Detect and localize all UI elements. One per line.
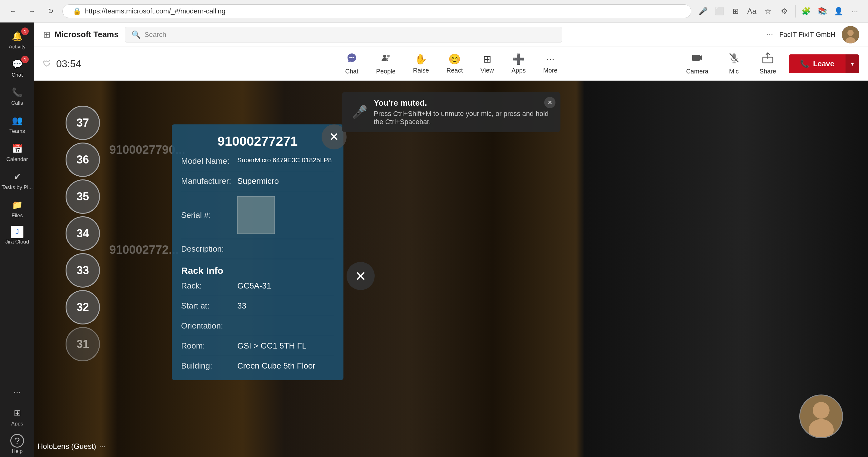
address-bar[interactable]: 🔒 https://teams.microsoft.com/_#/modern-… xyxy=(62,4,691,18)
mic-label: Mic xyxy=(729,68,739,75)
share-icon xyxy=(762,52,773,66)
forward-button[interactable]: → xyxy=(25,4,39,18)
user-avatar[interactable] xyxy=(842,26,859,44)
rack-num-35: 35 xyxy=(66,179,100,214)
refresh-button[interactable]: ↻ xyxy=(44,4,57,18)
sidebar-item-help[interactable]: ? Help xyxy=(0,431,34,457)
jira-label: Jira Cloud xyxy=(5,239,29,245)
sidebar-item-tasks[interactable]: ✔ Tasks by Pl... xyxy=(0,166,34,193)
extensions2-icon[interactable]: 🧩 xyxy=(799,4,813,18)
qr-code-placeholder xyxy=(237,196,275,234)
files-label: Files xyxy=(11,212,23,219)
app-container: 🔔 Activity 1 💬 Chat 1 📞 Calls 👥 Teams 📅 … xyxy=(0,23,868,457)
model-value: SuperMicro 6479E3C 01825LP8 xyxy=(237,156,332,164)
toolbar-apps-button[interactable]: ➕ Apps xyxy=(503,50,534,77)
toolbar-react-label: React xyxy=(446,67,463,74)
toolbar-raise-button[interactable]: ✋ Raise xyxy=(404,50,438,77)
orientation-label: Orientation: xyxy=(181,321,237,331)
readmode-icon[interactable]: Aa xyxy=(745,4,759,18)
extensions-icon[interactable]: ⊞ xyxy=(729,4,742,18)
toolbar-view-label: View xyxy=(480,67,494,74)
rack-num-33: 33 xyxy=(66,253,100,288)
sidebar-item-jira[interactable]: J Jira Cloud xyxy=(0,223,34,248)
mic-icon xyxy=(728,52,740,66)
muted-subtitle: Press Ctrl+Shift+M to unmute your mic, o… xyxy=(374,110,551,126)
svg-point-1 xyxy=(847,30,854,36)
muted-tooltip-icon: 🎤 xyxy=(352,105,368,119)
search-bar[interactable]: 🔍 Search xyxy=(125,27,562,42)
share-label: Share xyxy=(760,68,776,75)
leave-phone-icon: 📞 xyxy=(800,59,809,68)
collections-icon[interactable]: 📚 xyxy=(815,4,829,18)
manufacturer-label: Manufacturer: xyxy=(181,176,237,186)
guest-label: HoloLens (Guest) ··· xyxy=(37,442,105,451)
toolbar-view-icon: ⊞ xyxy=(483,53,491,65)
more-icon: ··· xyxy=(10,384,24,399)
manufacturer-value: Supermicro xyxy=(237,176,279,186)
favorites-icon[interactable]: ☆ xyxy=(761,4,775,18)
titlebar-more-icon[interactable]: ··· xyxy=(766,30,773,39)
sidebar-item-calls[interactable]: 📞 Calls xyxy=(0,82,34,109)
toolbar-camera-button[interactable]: Camera xyxy=(679,50,716,78)
toolbar-people-button[interactable]: People xyxy=(368,49,404,78)
tasks-label: Tasks by Pl... xyxy=(2,184,33,191)
toolbar-mic-button[interactable]: Mic xyxy=(721,50,747,78)
room-label: Room: xyxy=(181,341,237,351)
leave-chevron-button[interactable]: ▾ xyxy=(845,54,859,73)
app-grid-icon[interactable]: ⊞ xyxy=(43,29,50,40)
sidebar-item-activity[interactable]: 🔔 Activity 1 xyxy=(0,26,34,53)
svg-point-15 xyxy=(813,402,830,419)
info-panel: 91000277271 Model Name: SuperMicro 6479E… xyxy=(172,124,343,380)
profile-icon[interactable]: 👤 xyxy=(832,4,845,18)
rack-num-34: 34 xyxy=(66,216,100,251)
sidebar-item-chat[interactable]: 💬 Chat 1 xyxy=(0,54,34,81)
toolbar-react-button[interactable]: 😊 React xyxy=(438,50,471,77)
panel-x-close-button[interactable]: ✕ xyxy=(347,262,375,290)
leave-button[interactable]: 📞 Leave xyxy=(789,54,845,73)
mic-browser-icon[interactable]: 🎤 xyxy=(696,4,710,18)
sidebar: 🔔 Activity 1 💬 Chat 1 📞 Calls 👥 Teams 📅 … xyxy=(0,23,34,457)
sidebar-item-apps[interactable]: ⊞ Apps xyxy=(0,403,34,429)
rack-id-mid: 910002772... xyxy=(109,243,179,257)
description-row: Description: xyxy=(181,244,334,259)
leave-label: Leave xyxy=(813,59,834,68)
rack-section-title: Rack Info xyxy=(181,265,334,276)
room-value: GSI > GC1 5TH FL xyxy=(237,341,307,351)
screenshot-icon[interactable]: ⬜ xyxy=(713,4,726,18)
toolbar-right: Camera Mic xyxy=(679,50,859,78)
toolbar-react-icon: 😊 xyxy=(448,53,461,65)
device-id: 91000277271 xyxy=(181,134,334,149)
orientation-row: Orientation: xyxy=(181,321,334,336)
muted-title: You're muted. xyxy=(374,98,551,108)
rack-num-36: 36 xyxy=(66,143,100,177)
call-area: 37 36 35 34 33 32 31 9100027790... 91000… xyxy=(34,81,868,457)
start-value: 33 xyxy=(237,301,246,311)
rack-numbers: 37 36 35 34 33 32 31 xyxy=(66,106,100,361)
guest-more-icon[interactable]: ··· xyxy=(99,442,105,451)
guest-name: HoloLens (Guest) xyxy=(37,442,96,451)
muted-tooltip-close[interactable]: ✕ xyxy=(544,97,555,108)
browser-more-icon[interactable]: ··· xyxy=(848,4,862,18)
serial-label: Serial #: xyxy=(181,210,237,220)
help-icon: ? xyxy=(10,434,24,448)
svg-point-4 xyxy=(351,57,352,58)
svg-point-3 xyxy=(349,57,351,58)
manufacturer-row: Manufacturer: Supermicro xyxy=(181,176,334,191)
room-row: Room: GSI > GC1 5TH FL xyxy=(181,341,334,356)
settings-icon[interactable]: ⚙ xyxy=(777,4,791,18)
sidebar-item-more[interactable]: ··· xyxy=(0,381,34,401)
back-button[interactable]: ← xyxy=(6,4,20,18)
toolbar-raise-icon: ✋ xyxy=(415,53,427,65)
toolbar-view-button[interactable]: ⊞ View xyxy=(471,50,503,77)
sidebar-item-teams[interactable]: 👥 Teams xyxy=(0,110,34,137)
activity-label: Activity xyxy=(9,44,26,50)
sidebar-item-files[interactable]: 📁 Files xyxy=(0,194,34,221)
activity-badge: 1 xyxy=(21,28,29,35)
main-content: ⊞ Microsoft Teams 🔍 Search ··· FacIT Fix… xyxy=(34,23,868,457)
toolbar-more-button[interactable]: ··· More xyxy=(534,50,566,77)
browser-chrome: ← → ↻ 🔒 https://teams.microsoft.com/_#/m… xyxy=(0,0,868,23)
building-value: Creen Cube 5th Floor xyxy=(237,361,315,371)
toolbar-share-button[interactable]: Share xyxy=(752,50,784,78)
toolbar-chat-button[interactable]: Chat xyxy=(336,49,368,78)
sidebar-item-calendar[interactable]: 📅 Calendar xyxy=(0,138,34,165)
